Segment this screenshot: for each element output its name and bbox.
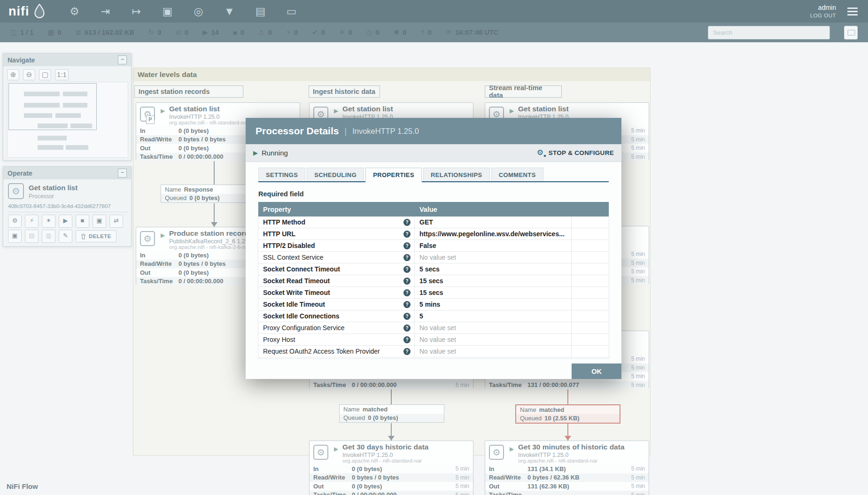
property-value: No value set <box>415 334 572 345</box>
property-row: Proxy Configuration Service?No value set <box>258 322 609 334</box>
property-name: Socket Write Timeout <box>263 289 330 296</box>
dialog-header: Processor Details | InvokeHTTP 1.25.0 <box>246 118 621 144</box>
property-row: HTTP Method?GET <box>258 217 609 228</box>
property-value: No value set <box>415 252 572 263</box>
property-value: No value set <box>415 322 572 333</box>
required-field-label: Required field <box>258 190 609 198</box>
property-row: Request Username?No value set <box>258 357 609 359</box>
property-row: HTTP URL?https://www.pegelonline.wsv.de/… <box>258 228 609 240</box>
property-name: Proxy Host <box>263 336 295 343</box>
property-value: No value set <box>415 357 572 359</box>
property-name: Proxy Configuration Service <box>263 324 345 332</box>
dialog-title-separator: | <box>344 126 347 136</box>
help-icon[interactable]: ? <box>403 231 411 238</box>
properties-table-body: HTTP Method?GETHTTP URL?https://www.pege… <box>258 217 609 359</box>
property-row: Socket Read Timeout?15 secs <box>258 275 609 287</box>
property-name: HTTP URL <box>263 230 295 238</box>
help-icon[interactable]: ? <box>403 266 411 273</box>
help-icon[interactable]: ? <box>403 313 411 320</box>
property-name: Socket Read Timeout <box>263 277 330 285</box>
property-value: GET <box>415 217 572 228</box>
property-row: Socket Idle Timeout?5 mins <box>258 299 609 310</box>
properties-table: Property Value HTTP Method?GETHTTP URL?h… <box>258 202 609 359</box>
nifi-app: nifi ⚙⇥↦▣◎▼▤▭ admin LOG OUT ◫1 / 1▦0≣613… <box>0 0 868 495</box>
stop-configure-icon: ⚙ ■ <box>537 149 545 157</box>
help-icon[interactable]: ? <box>403 219 411 226</box>
help-icon[interactable]: ? <box>403 254 411 261</box>
property-name: Request OAuth2 Access Token Provider <box>263 348 380 355</box>
property-row: Socket Idle Connections?5 <box>258 310 609 322</box>
properties-table-header: Property Value <box>258 202 609 217</box>
tab-comments[interactable]: COMMENTS <box>491 168 543 181</box>
help-icon[interactable]: ? <box>403 278 411 285</box>
value-column-header: Value <box>415 206 572 213</box>
property-name: Socket Idle Connections <box>263 312 340 320</box>
running-icon: ▶ <box>253 149 258 156</box>
tab-scheduling[interactable]: SCHEDULING <box>307 168 364 181</box>
property-row: HTTP/2 Disabled?False <box>258 240 609 252</box>
dialog-tabbar: SETTINGSSCHEDULINGPROPERTIESRELATIONSHIP… <box>258 168 609 182</box>
tab-properties[interactable]: PROPERTIES <box>365 168 422 182</box>
property-row: Request OAuth2 Access Token Provider?No … <box>258 346 609 357</box>
property-value: 15 secs <box>415 287 572 298</box>
property-row: Proxy Host?No value set <box>258 334 609 346</box>
property-name: Socket Idle Timeout <box>263 301 325 308</box>
stop-configure-button[interactable]: ⚙ ■ STOP & CONFIGURE <box>537 149 614 157</box>
help-icon[interactable]: ? <box>403 325 411 332</box>
help-icon[interactable]: ? <box>403 289 411 296</box>
property-row: Socket Write Timeout?15 secs <box>258 287 609 299</box>
dialog-title: Processor Details <box>256 125 339 137</box>
property-row: Socket Connect Timeout?5 secs <box>258 263 609 275</box>
property-value: 15 secs <box>415 275 572 286</box>
ok-button[interactable]: OK <box>572 364 621 379</box>
property-name: HTTP/2 Disabled <box>263 242 315 249</box>
help-icon[interactable]: ? <box>403 348 411 355</box>
property-value: https://www.pegelonline.wsv.de/webservic… <box>415 228 572 240</box>
property-value: 5 mins <box>415 299 572 310</box>
property-name: SSL Context Service <box>263 254 324 261</box>
property-column-header: Property <box>258 206 415 213</box>
property-name: Socket Connect Timeout <box>263 265 340 273</box>
processor-details-dialog: Processor Details | InvokeHTTP 1.25.0 ▶ … <box>246 118 621 379</box>
help-icon[interactable]: ? <box>403 301 411 308</box>
dialog-subtitle: InvokeHTTP 1.25.0 <box>352 127 419 136</box>
property-value: 5 <box>415 310 572 322</box>
property-value: No value set <box>415 346 572 357</box>
help-icon[interactable]: ? <box>403 242 411 249</box>
run-status-label: Running <box>262 149 288 157</box>
tab-relationships[interactable]: RELATIONSHIPS <box>423 168 490 181</box>
property-name: HTTP Method <box>263 218 305 226</box>
dialog-status-row: ▶ Running ⚙ ■ STOP & CONFIGURE <box>246 144 621 162</box>
tab-settings[interactable]: SETTINGS <box>258 168 305 181</box>
help-icon[interactable]: ? <box>403 336 411 343</box>
property-value: False <box>415 240 572 251</box>
property-value: 5 secs <box>415 263 572 275</box>
property-row: SSL Context Service?No value set <box>258 252 609 263</box>
